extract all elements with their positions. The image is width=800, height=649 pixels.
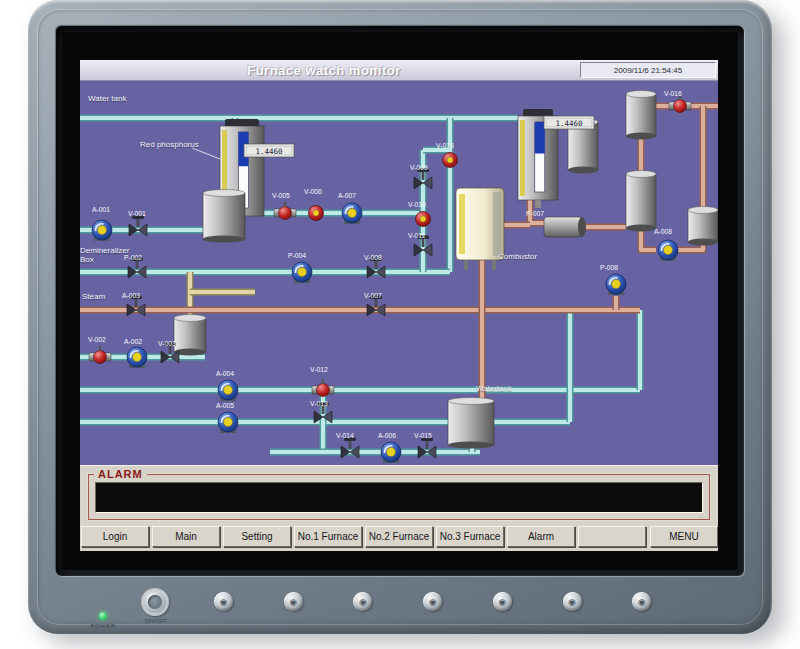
- function-key-icon: ◉: [423, 594, 442, 611]
- level-display: 1.4460: [544, 116, 594, 129]
- power-button[interactable]: [141, 588, 169, 616]
- page-title: Furnace watch monitor: [80, 63, 568, 78]
- equipment-tag: V-010: [408, 201, 426, 208]
- pump-A-007: [342, 203, 362, 224]
- function-key-button-7[interactable]: ◉: [632, 592, 651, 611]
- diagram-label: Water tank: [88, 94, 158, 103]
- vessel-tank: [626, 91, 656, 140]
- function-key-icon: ◉: [563, 594, 582, 611]
- pump-A-008: [658, 240, 678, 261]
- screen-frame: Furnace watch monitor 2009/11/6 21:54:45…: [56, 26, 744, 576]
- nav-button-no3-furnace[interactable]: No.3 Furnace: [436, 526, 504, 547]
- nav-button-menu[interactable]: MENU: [650, 526, 718, 547]
- equipment-tag: V-008: [364, 254, 382, 261]
- vessel-tank: [448, 398, 494, 449]
- valve-V-002: [89, 346, 111, 364]
- vessel-tank: [174, 315, 206, 356]
- bezel-controls: POWER ON/OFF ◉◉◉◉◉◉◉: [28, 580, 772, 634]
- equipment-tag: A-008: [654, 228, 672, 235]
- valve-V-018: [443, 153, 458, 168]
- equipment-tag: A-001: [92, 206, 110, 213]
- function-key-icon: ◉: [353, 594, 372, 611]
- equipment-tag: P-008: [600, 264, 618, 271]
- nav-button-blank[interactable]: [578, 526, 646, 547]
- pump-A-005: [218, 412, 238, 433]
- equipment-tag: A-006: [378, 432, 396, 439]
- equipment-tag: V-006: [304, 188, 322, 195]
- equipment-tag: V-013: [310, 400, 328, 407]
- equipment-tag: V-011: [408, 232, 425, 239]
- equipment-tag: V-009: [410, 164, 428, 171]
- svg-text:1.4460: 1.4460: [555, 119, 583, 128]
- alarm-label: ALARM: [94, 468, 147, 480]
- diagram-canvas: 1.44601.4460A-001V-001P-002A-003V-002V-0…: [80, 81, 718, 465]
- equipment-tag: A-005: [216, 402, 234, 409]
- function-key-button-1[interactable]: ◉: [214, 592, 233, 611]
- lcd-panel: Furnace watch monitor 2009/11/6 21:54:45…: [62, 32, 738, 570]
- diagram-label: Watertank: [476, 384, 546, 393]
- power-label: POWER: [81, 623, 125, 629]
- valve-V-006: [309, 206, 324, 221]
- equipment-tag: V-012: [310, 366, 328, 373]
- equipment-tag: V-014: [336, 432, 354, 439]
- pump-P-008: [606, 274, 626, 295]
- diagram-label: Demineralizer Box: [80, 246, 138, 264]
- alarm-panel: ALARM LoginMainSettingNo.1 FurnaceNo.2 F…: [80, 465, 718, 551]
- pump-A-002: [127, 347, 147, 368]
- power-led: [99, 612, 107, 620]
- diagram-label: Combustor: [498, 252, 568, 261]
- label-pointer-line: [192, 148, 220, 159]
- valve-V-016: [669, 95, 691, 113]
- vessel-horizontal-cylinder: [544, 217, 586, 237]
- function-key-button-5[interactable]: ◉: [493, 592, 512, 611]
- nav-button-main[interactable]: Main: [152, 526, 220, 547]
- function-key-icon: ◉: [284, 594, 303, 611]
- valve-V-010: [416, 212, 431, 227]
- pump-A-006: [381, 442, 401, 463]
- hmi-screen: Furnace watch monitor 2009/11/6 21:54:45…: [80, 60, 718, 551]
- equipment-tag: V-002: [88, 336, 106, 343]
- nav-button-no1-furnace[interactable]: No.1 Furnace: [294, 526, 362, 547]
- equipment-tag: A-007: [338, 192, 356, 199]
- datetime-display: 2009/11/6 21:54:45: [580, 62, 716, 78]
- alarm-groupbox: ALARM: [88, 474, 710, 520]
- svg-text:1.4460: 1.4460: [255, 147, 283, 156]
- nav-button-login[interactable]: Login: [81, 526, 149, 547]
- function-key-icon: ◉: [493, 594, 512, 611]
- equipment-tag: A-004: [216, 370, 234, 377]
- vessel-tank: [688, 207, 718, 246]
- equipment-tag: V-007: [364, 292, 382, 299]
- nav-button-no2-furnace[interactable]: No.2 Furnace: [365, 526, 433, 547]
- pump-P-004: [292, 262, 312, 283]
- function-key-button-4[interactable]: ◉: [423, 592, 442, 611]
- nav-button-setting[interactable]: Setting: [223, 526, 291, 547]
- equipment-tag: V-005: [272, 192, 290, 199]
- equipment-tag: P-004: [288, 252, 306, 259]
- diagram-label: Steam: [82, 292, 132, 301]
- process-diagram: 1.44601.4460A-001V-001P-002A-003V-002V-0…: [80, 81, 718, 465]
- nav-button-alarm[interactable]: Alarm: [507, 526, 575, 547]
- equipment-tag: V-018: [436, 142, 454, 149]
- alarm-message-area: [95, 482, 703, 513]
- power-button-label: ON/OFF: [134, 618, 178, 624]
- power-button-icon: [148, 595, 162, 609]
- function-key-button-3[interactable]: ◉: [353, 592, 372, 611]
- equipment-tag: V-016: [664, 90, 682, 97]
- nav-button-row: LoginMainSettingNo.1 FurnaceNo.2 Furnace…: [81, 526, 718, 548]
- equipment-tag: A-002: [124, 338, 142, 345]
- monitor-chassis: Furnace watch monitor 2009/11/6 21:54:45…: [28, 0, 772, 634]
- function-key-icon: ◉: [632, 594, 651, 611]
- function-key-button-6[interactable]: ◉: [563, 592, 582, 611]
- equipment-tag: V-015: [414, 432, 432, 439]
- diagram-label: Red phosphorus: [140, 140, 230, 149]
- pump-A-001: [92, 220, 112, 241]
- function-key-icon: ◉: [214, 594, 233, 611]
- equipment-tag: V-001: [128, 210, 146, 217]
- valve-V-005: [274, 202, 296, 220]
- function-key-button-2[interactable]: ◉: [284, 592, 303, 611]
- valve-V-012: [312, 379, 334, 397]
- equipment-tag: V-003: [158, 340, 176, 347]
- vessel-combustor: [456, 188, 504, 270]
- equipment-tag: P-007: [526, 210, 544, 217]
- vessel-tank: [626, 171, 656, 232]
